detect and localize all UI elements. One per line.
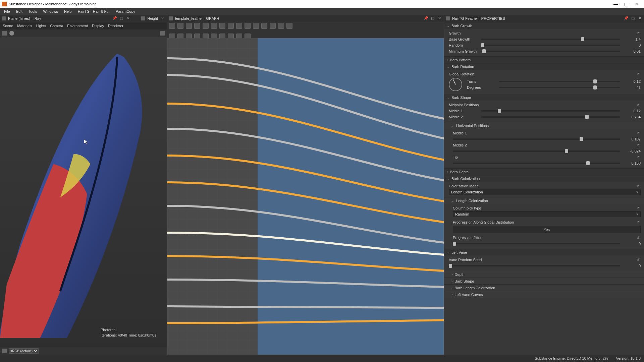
- menu-help[interactable]: Help: [61, 9, 74, 14]
- reset-icon[interactable]: ↺: [635, 143, 641, 147]
- camera-icon[interactable]: [2, 31, 7, 36]
- graph-pin-icon[interactable]: 📌: [424, 16, 428, 20]
- slider-vane-seed[interactable]: [449, 265, 620, 266]
- reset-icon[interactable]: ↺: [635, 72, 641, 76]
- gtool-15[interactable]: [286, 23, 292, 29]
- gtool-5[interactable]: [203, 23, 209, 29]
- rotation-dial[interactable]: [449, 78, 462, 91]
- val-base-growth: 1.4: [622, 37, 641, 41]
- gtool-3[interactable]: [186, 23, 192, 29]
- section-length-colorization[interactable]: ⌄Length Colorization: [444, 197, 644, 204]
- reset-icon[interactable]: ↺: [635, 220, 641, 225]
- slider-hmid2[interactable]: [453, 150, 620, 152]
- viewport-canvas[interactable]: Photoreal Iterations: 40/40 Time: 0s/1h0…: [0, 37, 167, 347]
- viewport-settings-icon[interactable]: [160, 31, 165, 36]
- menu-paramcopy[interactable]: ParamCopy: [113, 9, 138, 14]
- gtool-13[interactable]: [270, 23, 276, 29]
- reset-icon[interactable]: ↺: [635, 31, 641, 36]
- menu-tools[interactable]: Tools: [26, 9, 40, 14]
- tab-environment[interactable]: Environment: [67, 24, 88, 28]
- tab-lights[interactable]: Lights: [36, 24, 46, 28]
- chevron-right-icon: ›: [451, 279, 452, 283]
- gtool-8[interactable]: [228, 23, 234, 29]
- slider-random[interactable]: [481, 45, 620, 46]
- slider-jitter[interactable]: [453, 243, 620, 244]
- gtool-6[interactable]: [211, 23, 217, 29]
- gtool-10[interactable]: [245, 23, 251, 29]
- tab-display[interactable]: Display: [92, 24, 104, 28]
- label-middle1: Middle 1: [449, 109, 479, 113]
- slider-hmid1[interactable]: [453, 138, 620, 140]
- gtool-2[interactable]: [177, 23, 183, 29]
- tab-camera[interactable]: Camera: [50, 24, 63, 28]
- section-lv-depth[interactable]: ›Depth: [444, 271, 644, 278]
- maximize-button[interactable]: ▢: [624, 1, 629, 7]
- reset-icon[interactable]: ↺: [635, 236, 641, 240]
- props-close-icon[interactable]: ✕: [637, 16, 642, 20]
- reset-icon[interactable]: ↺: [635, 184, 641, 188]
- slider-middle2[interactable]: [481, 116, 620, 118]
- gtool-11[interactable]: [253, 23, 259, 29]
- val-tip: 0.158: [622, 161, 641, 165]
- gtool-1[interactable]: [169, 23, 175, 29]
- gtool-7[interactable]: [219, 23, 225, 29]
- slider-tip[interactable]: [453, 163, 620, 164]
- section-lv-blc[interactable]: ›Barb Length Colorization: [444, 284, 644, 291]
- section-barb-colorization[interactable]: ⌄Barb Colorization: [444, 175, 644, 182]
- minimize-button[interactable]: —: [613, 1, 618, 7]
- colorspace-select[interactable]: sRGB (default): [9, 348, 39, 354]
- menu-file[interactable]: File: [1, 9, 13, 14]
- menu-windows[interactable]: Windows: [40, 9, 61, 14]
- reset-icon[interactable]: ↺: [635, 155, 641, 160]
- graph-canvas[interactable]: HairTG - Feather: [167, 38, 444, 355]
- close-height-icon[interactable]: ✕: [160, 16, 165, 20]
- gtool-9[interactable]: [236, 23, 242, 29]
- workspace: Plane (hi-res) - IRay 📌 ▢ ✕ Height ✕ Sce…: [0, 15, 644, 355]
- section-left-vane[interactable]: ⌄Left Vane: [444, 249, 644, 255]
- tab-materials[interactable]: Materials: [17, 24, 32, 28]
- slider-degrees[interactable]: [499, 87, 620, 88]
- graph-close-icon[interactable]: ✕: [437, 16, 442, 20]
- section-barb-rotation[interactable]: ⌄Barb Rotation: [444, 63, 644, 70]
- reset-icon[interactable]: ↺: [635, 206, 641, 210]
- menu-edit[interactable]: Edit: [13, 9, 25, 14]
- gtool-14[interactable]: [278, 23, 284, 29]
- combo-colorization-mode[interactable]: Length Colorization▾: [449, 189, 641, 195]
- section-barb-pattern[interactable]: ›Barb Pattern: [444, 56, 644, 63]
- slider-min-growth[interactable]: [481, 51, 620, 52]
- section-barb-shape[interactable]: ⌄Barb Shape: [444, 94, 644, 101]
- viewport-tabs: Scene Materials Lights Camera Environmen…: [0, 22, 167, 29]
- toggle-progression[interactable]: Yes: [453, 226, 641, 233]
- pin-icon[interactable]: 📌: [112, 16, 117, 20]
- combo-column-pick[interactable]: Random▾: [453, 211, 641, 217]
- props-popout-icon[interactable]: ▢: [631, 16, 635, 20]
- label-hmid1: Middle 1: [453, 131, 493, 135]
- section-barb-depth[interactable]: ›Barb Depth: [444, 168, 644, 175]
- tab-scene[interactable]: Scene: [3, 24, 13, 28]
- slider-base-growth[interactable]: [481, 39, 620, 40]
- popout-icon[interactable]: ▢: [119, 16, 124, 20]
- graph-popout-icon[interactable]: ▢: [430, 16, 435, 20]
- gtool-4[interactable]: [194, 23, 200, 29]
- graph-title: template_feather - GRAPH: [175, 16, 422, 20]
- props-pin-icon[interactable]: 📌: [624, 16, 629, 20]
- tab-renderer[interactable]: Renderer: [108, 24, 123, 28]
- section-horizontal-positions[interactable]: ⌄Horizontal Positions: [444, 122, 644, 129]
- reset-icon[interactable]: ↺: [635, 258, 641, 262]
- section-lv-barb-shape[interactable]: ›Barb Shape: [444, 278, 644, 284]
- viewport-header: Plane (hi-res) - IRay 📌 ▢ ✕ Height ✕: [0, 15, 167, 22]
- slider-middle1[interactable]: [481, 110, 620, 112]
- close-button[interactable]: ✕: [635, 1, 639, 7]
- light-icon[interactable]: [9, 31, 14, 36]
- slider-turns[interactable]: [499, 81, 620, 82]
- reset-icon[interactable]: ↺: [635, 103, 641, 107]
- label-growth: Growth: [449, 31, 489, 35]
- section-barb-growth[interactable]: ⌄Barb Growth: [444, 22, 644, 29]
- menu-hairtg[interactable]: HairTG - Hair & Fur: [75, 9, 112, 14]
- close-tab-icon[interactable]: ✕: [126, 16, 130, 20]
- gtool-12[interactable]: [261, 23, 267, 29]
- height-tab[interactable]: Height: [147, 16, 158, 20]
- reset-icon[interactable]: ↺: [635, 131, 641, 135]
- section-lv-curves[interactable]: ›Left Vane Curves: [444, 291, 644, 298]
- chevron-right-icon: ›: [451, 293, 452, 296]
